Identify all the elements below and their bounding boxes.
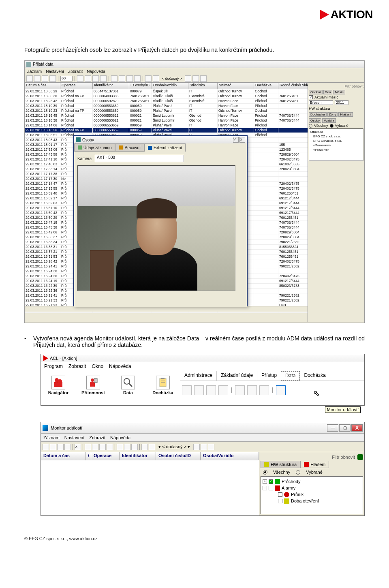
col-operace[interactable]: Operace xyxy=(91,452,120,460)
menu-program[interactable]: Program xyxy=(44,363,63,370)
tab-hw-struktura[interactable]: HW struktura xyxy=(261,461,300,468)
menubar[interactable]: Program Zobrazit Okno Nápověda xyxy=(41,362,364,371)
tree-node[interactable]: EFG CZ spol. s r.o. xyxy=(310,134,362,139)
col-osoba[interactable]: Osoba/Vozidlo xyxy=(152,83,188,89)
page-size-combo[interactable]: 60 xyxy=(60,76,73,81)
tab-hlaseni[interactable]: Hlášení xyxy=(338,112,353,117)
tool-icon[interactable] xyxy=(206,385,216,395)
radio-vsechny[interactable] xyxy=(309,124,312,128)
tree-osoby[interactable]: Struktura EFG CZ spol. s r.o. EFG Slovak… xyxy=(309,128,363,161)
checkbox[interactable] xyxy=(269,486,273,490)
radio-vybrane[interactable] xyxy=(296,470,300,475)
checkbox-aktualni[interactable]: ✓ xyxy=(309,95,313,99)
tab-pristup[interactable]: Přístup xyxy=(257,371,281,381)
tool-icon[interactable] xyxy=(149,444,155,450)
hw-struktura[interactable]: HW struktura xyxy=(309,107,330,111)
nav-prev-icon[interactable] xyxy=(34,75,41,82)
dochazka-button[interactable]: Docházka xyxy=(145,371,180,400)
refresh-icon[interactable] xyxy=(357,454,363,460)
tool-icon[interactable] xyxy=(201,444,207,450)
tree-prunik[interactable]: Průnik xyxy=(291,491,304,498)
nav-last-icon[interactable] xyxy=(64,444,71,450)
tree-alarmy[interactable]: Alarmy xyxy=(282,485,295,491)
tool-icon[interactable] xyxy=(247,385,257,395)
checkbox[interactable] xyxy=(278,499,282,503)
tool-icon[interactable] xyxy=(259,385,269,395)
col-operace[interactable]: Operace xyxy=(60,83,93,89)
tab-osobni[interactable]: Osobní xyxy=(309,90,323,94)
tree-node[interactable]: <Prázdné> xyxy=(310,148,362,152)
filter-combo[interactable]: ▾ < dočasný > ▾ xyxy=(156,444,192,449)
checkbox[interactable]: ✓ xyxy=(269,479,273,484)
col-stredisko[interactable]: Středisko xyxy=(188,83,218,89)
menu-zobrazit[interactable]: Zobrazit xyxy=(68,69,83,74)
tool-icon[interactable] xyxy=(141,444,148,450)
col-snimac[interactable]: Snímač xyxy=(218,83,254,89)
menu-napoveda[interactable]: Nápověda xyxy=(109,363,131,370)
tool-icon[interactable] xyxy=(131,444,138,450)
data-button[interactable]: Data xyxy=(111,371,145,400)
maximize-button[interactable]: ▢ xyxy=(339,424,351,432)
tool-icon[interactable] xyxy=(194,385,204,395)
help-icon[interactable]: ? xyxy=(233,137,239,143)
menu-napoveda[interactable]: Nápověda xyxy=(110,435,130,440)
tab-data[interactable]: Data xyxy=(281,371,300,381)
pritomnost-button[interactable]: Přítomnost xyxy=(76,371,111,400)
tab-vozidla[interactable]: Vozidla xyxy=(322,118,336,123)
tool-icon[interactable] xyxy=(126,75,133,82)
month-combo[interactable]: Březen xyxy=(309,100,333,105)
menu-zaznam[interactable]: Záznam xyxy=(27,69,42,74)
nav-first-icon[interactable] xyxy=(43,444,49,450)
tool-icon[interactable] xyxy=(153,75,159,82)
col-osoba[interactable]: Osoba/Vozidlo xyxy=(201,452,259,460)
tab-dochazka[interactable]: Docházka xyxy=(309,112,327,117)
tool-icon[interactable] xyxy=(107,444,113,450)
menubar[interactable]: Záznam Nastavení Zobrazit Nápověda xyxy=(25,68,364,75)
tree-doba[interactable]: Doba otevření xyxy=(291,498,319,504)
nav-next-icon[interactable] xyxy=(57,444,64,450)
nav-first-icon[interactable] xyxy=(26,75,33,82)
tab-zakladni[interactable]: Základní údaje xyxy=(217,371,257,381)
tool-icon[interactable] xyxy=(100,75,107,82)
tool-icon[interactable] xyxy=(185,75,191,82)
tool-icon[interactable] xyxy=(99,444,106,450)
filter-refresh[interactable]: Filtr obnovit xyxy=(332,455,355,460)
tool-icon[interactable] xyxy=(85,75,91,82)
tool-icon[interactable] xyxy=(117,444,123,450)
tool-icon[interactable] xyxy=(92,444,98,450)
tool-icon[interactable] xyxy=(134,75,141,82)
tab-udaje[interactable]: Údaje záznamu xyxy=(74,143,115,152)
menubar[interactable]: Záznam Nastavení Zobrazit Nápověda xyxy=(41,434,364,442)
minimize-button[interactable]: — xyxy=(327,424,338,432)
tree-pruchody[interactable]: Průchody xyxy=(282,478,300,485)
close-button[interactable]: X xyxy=(351,424,363,432)
checkbox[interactable] xyxy=(278,492,282,497)
col-slash[interactable]: / xyxy=(85,452,91,460)
menu-nastaveni[interactable]: Nastavení xyxy=(46,69,64,74)
menu-zobrazit[interactable]: Zobrazit xyxy=(68,363,86,370)
tool-icon[interactable] xyxy=(77,75,83,82)
kamera-combo[interactable]: AXT - 500 xyxy=(95,155,184,162)
tree-node[interactable]: <Smazané> xyxy=(310,143,362,148)
tool-icon[interactable] xyxy=(85,444,91,450)
tab-pracovni[interactable]: Pracovní xyxy=(115,143,144,152)
tab-externi[interactable]: Externí zařízení xyxy=(144,143,186,152)
filter-combo[interactable]: < dočasný > xyxy=(160,77,184,81)
tool-icon[interactable] xyxy=(124,444,130,450)
nav-prev-icon[interactable] xyxy=(50,444,56,450)
col-idosoby[interactable]: ID osoby/ID xyxy=(129,83,152,89)
nav-next-icon[interactable] xyxy=(42,75,48,82)
tool-icon[interactable] xyxy=(193,444,200,450)
col-datum[interactable]: Datum a čas xyxy=(41,452,85,460)
menu-zobrazit[interactable]: Zobrazit xyxy=(89,435,105,440)
col-dochazka[interactable]: Docházka xyxy=(254,83,278,89)
nav-last-icon[interactable] xyxy=(49,75,56,82)
tab-mesic[interactable]: Měsíc xyxy=(333,90,345,94)
tool-icon[interactable] xyxy=(111,75,118,82)
tool-icon[interactable] xyxy=(92,75,99,82)
tool-icon[interactable] xyxy=(192,75,199,82)
tab-administrace[interactable]: Administrace xyxy=(180,371,217,381)
tool-icon[interactable] xyxy=(145,75,152,82)
tab-den[interactable]: Den xyxy=(323,90,333,94)
col-osobni[interactable]: Osobní číslo/ID xyxy=(156,452,201,460)
